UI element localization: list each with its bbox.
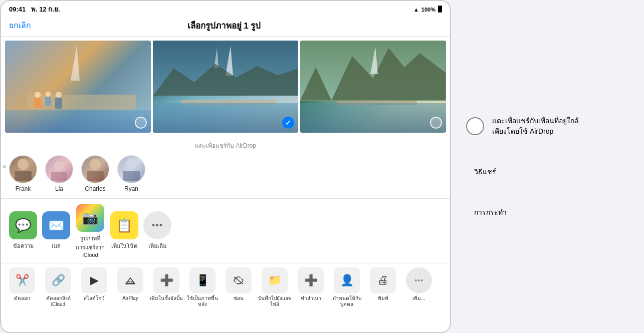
svg-rect-4 <box>127 282 134 283</box>
photo-select-1[interactable] <box>135 117 147 129</box>
photo-select-3[interactable] <box>430 117 442 129</box>
airdrop-person-charles[interactable]: Charles <box>81 155 109 192</box>
hide-label: ซ่อน <box>234 295 244 301</box>
action-airplay[interactable]: AirPlay <box>113 267 147 301</box>
copy-icloud-icon: 🔗 <box>45 267 71 293</box>
action-add-album[interactable]: ➕ เพิ่มในชั้งอัลบั้ม <box>149 267 183 301</box>
share-notes[interactable]: 📋 เพิ่มในโน้ต <box>110 211 138 250</box>
action-cut[interactable]: ✂️ ตัดออก <box>5 267 39 301</box>
left-indicator <box>3 165 6 168</box>
battery-icon: ▉ <box>438 6 442 13</box>
share-methods-row: 💬 ข้อความ ✉️ เมล 📷 รูปภาพที่ การแชร์จาก … <box>1 199 450 263</box>
people-silhouettes <box>34 92 62 109</box>
battery-label: 100% <box>421 7 436 13</box>
avatar-lia <box>45 155 73 183</box>
photo-scene-3 <box>300 41 446 133</box>
actions-row: ✂️ ตัดออก 🔗 คัดลอกลิงก์ iCloud ▶ สไลด์โช… <box>1 263 450 311</box>
photo-scene-1 <box>5 41 151 133</box>
airplay-label: AirPlay <box>122 295 138 301</box>
action-more-actions[interactable]: ••• เพิ่ม... <box>402 267 436 301</box>
mountain-bg <box>153 59 299 96</box>
hide-icon <box>226 267 252 293</box>
ipad-frame: 09:41 พ. 12 ก.ย. ▲ 100% ▉ ยกเลิก เลือกรู… <box>0 0 451 333</box>
messages-label: ข้อความ <box>13 241 34 250</box>
save-file-icon: 📁 <box>262 267 288 293</box>
mail-label: เมล <box>52 241 61 250</box>
photo-item-3[interactable] <box>300 41 446 133</box>
action-wallpaper[interactable]: 📱 ใช้เป็นภาพพื้นหลัง <box>185 267 220 307</box>
status-time: 09:41 พ. 12 ก.ย. <box>9 4 60 15</box>
photo-item-1[interactable] <box>5 41 151 133</box>
mail-icon: ✉️ <box>42 211 70 239</box>
person-name-lia: Lia <box>55 185 63 192</box>
assign-person-icon: 👤 <box>334 267 360 293</box>
photos-icloud-label: รูปภาพที่ การแชร์จาก iCloud <box>75 234 105 258</box>
photo-scene-2 <box>153 41 299 133</box>
slideshow-icon: ▶ <box>81 267 107 293</box>
airdrop-people-list: Frank Lia <box>9 155 442 192</box>
airdrop-section: แตะเพื่อแชร์กับ AirDrop Frank <box>1 137 450 199</box>
svg-marker-0 <box>153 64 299 96</box>
cut-icon: ✂️ <box>9 267 35 293</box>
wallpaper-label: ใช้เป็นภาพพื้นหลัง <box>185 295 220 307</box>
action-hide[interactable]: ซ่อน <box>222 267 256 301</box>
action-slideshow[interactable]: ▶ สไลด์โชว์ <box>77 267 111 301</box>
add-album-icon: ➕ <box>153 267 179 293</box>
photos-icloud-icon: 📷 <box>76 204 104 232</box>
svg-marker-2 <box>300 67 331 100</box>
actions-annotation: การกระทำ <box>466 207 629 218</box>
action-print[interactable]: 🖨 พิมพ์ <box>366 267 400 301</box>
svg-marker-1 <box>332 48 446 101</box>
more-actions-icon: ••• <box>406 267 432 293</box>
wifi-icon: ▲ <box>413 7 419 13</box>
messages-icon: 💬 <box>9 211 37 239</box>
avatar-frank <box>9 155 37 183</box>
more-actions-label: เพิ่ม... <box>412 295 425 301</box>
share-more-icon: ••• <box>143 211 171 239</box>
status-bar: 09:41 พ. 12 ก.ย. ▲ 100% ▉ <box>1 1 450 17</box>
person-name-ryan: Ryan <box>124 185 138 192</box>
action-copy-icloud[interactable]: 🔗 คัดลอกลิงก์ iCloud <box>41 267 75 307</box>
share-messages[interactable]: 💬 ข้อความ <box>9 211 37 250</box>
cancel-button[interactable]: ยกเลิก <box>9 19 31 32</box>
action-duplicate[interactable]: ➕ ทำสำเนา <box>294 267 328 301</box>
sail-3 <box>370 47 378 74</box>
share-more[interactable]: ••• เพิ่มเติม <box>143 211 171 250</box>
share-more-label: เพิ่มเติม <box>148 241 166 250</box>
airdrop-annotation: แตะเพื่อแชร์กับเพื่อนที่อยู่ใกล้เคียงโดย… <box>466 116 629 137</box>
duplicate-label: ทำสำเนา <box>301 295 321 301</box>
share-annotation: วิธีแชร์ <box>466 167 629 177</box>
action-assign-person[interactable]: 👤 กำหนดให้กับบุคคล <box>330 267 364 307</box>
cut-label: ตัดออก <box>14 295 30 301</box>
share-mail[interactable]: ✉️ เมล <box>42 211 70 250</box>
airdrop-person-lia[interactable]: Lia <box>45 155 73 192</box>
airdrop-section-label: แตะเพื่อแชร์กับ AirDrop <box>9 141 442 150</box>
photos-grid: ✓ <box>1 37 450 137</box>
nav-bar: ยกเลิก เลือกรูปภาพอยู่ 1 รูป <box>1 17 450 37</box>
notes-icon: 📋 <box>110 211 138 239</box>
person-name-charles: Charles <box>85 185 105 192</box>
share-photos-icloud[interactable]: 📷 รูปภาพที่ การแชร์จาก iCloud <box>75 204 105 258</box>
annotations-panel: แตะเพื่อแชร์กับเพื่อนที่อยู่ใกล้เคียงโดย… <box>451 0 644 333</box>
photo-item-2[interactable]: ✓ <box>153 41 299 133</box>
add-album-label: เพิ่มในชั้งอัลบั้ม <box>150 295 183 301</box>
action-save-file[interactable]: 📁 บันทึกไปยังแอพไฟล์ <box>258 267 292 307</box>
duplicate-icon: ➕ <box>298 267 324 293</box>
copy-icloud-label: คัดลอกลิงก์ iCloud <box>41 295 75 307</box>
airdrop-person-ryan[interactable]: Ryan <box>117 155 145 192</box>
airdrop-annotation-circle <box>466 117 484 135</box>
print-label: พิมพ์ <box>378 295 388 301</box>
person-name-frank: Frank <box>16 185 31 192</box>
wallpaper-icon: 📱 <box>189 267 216 293</box>
assign-person-label: กำหนดให้กับบุคคล <box>330 295 364 307</box>
airdrop-annotation-text: แตะเพื่อแชร์กับเพื่อนที่อยู่ใกล้เคียงโดย… <box>492 116 592 137</box>
avatar-charles <box>81 155 109 183</box>
save-file-label: บันทึกไปยังแอพไฟล์ <box>258 295 292 307</box>
notes-label: เพิ่มในโน้ต <box>111 241 137 250</box>
slideshow-label: สไลด์โชว์ <box>84 295 105 301</box>
airdrop-person-frank[interactable]: Frank <box>9 155 37 192</box>
sail-decor <box>71 46 80 81</box>
print-icon: 🖨 <box>370 267 396 293</box>
status-indicators: ▲ 100% ▉ <box>413 6 442 13</box>
share-annotation-text: วิธีแชร์ <box>474 167 496 177</box>
